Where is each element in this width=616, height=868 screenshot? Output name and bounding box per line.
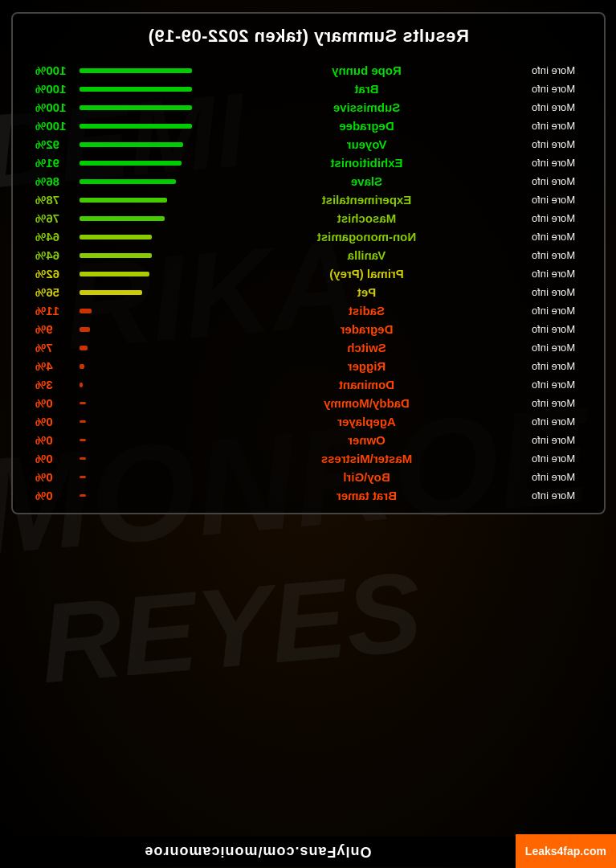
table-row: 0%Brat tamerMore info [29,486,588,505]
more-info-link[interactable]: More info [532,416,588,428]
role-label: Experimentalist [202,193,532,207]
role-label: Masochist [202,211,532,225]
more-info-link[interactable]: More info [532,489,588,502]
table-row: 11%SadistMore info [29,301,588,320]
more-info-link[interactable]: More info [532,268,588,280]
bar-fill [80,253,152,258]
more-info-link[interactable]: More info [532,249,588,261]
bar-fill [80,402,86,404]
table-row: 9%DegraderMore info [29,320,588,338]
table-row: 0%Master\MistressMore info [29,449,588,468]
bar-col [73,105,202,110]
role-label: Slave [202,174,532,188]
more-info-link[interactable]: More info [532,120,588,132]
more-info-link[interactable]: More info [532,323,588,335]
percent-value: 0% [29,470,73,484]
bar-col [73,253,202,258]
table-row: 0%OwnerMore info [29,431,588,449]
bar-fill [80,494,86,497]
bar-col [73,346,202,350]
more-info-link[interactable]: More info [532,452,588,465]
table-row: 3%DominantMore info [29,375,588,394]
percent-value: 7% [29,341,73,354]
bar-fill [80,161,182,166]
percent-value: 100% [29,100,73,114]
bar-fill [80,327,90,332]
table-row: 62%Primal (Prey)More info [29,264,588,283]
bar-col [73,457,202,460]
bar-fill [80,142,183,147]
table-row: 0%AgeplayerMore info [29,412,588,431]
bar-col [73,142,202,147]
percent-value: 91% [29,156,73,170]
role-label: Brat [202,82,532,96]
more-info-link[interactable]: More info [532,397,588,409]
role-label: Rope bunny [202,63,532,77]
more-info-link[interactable]: More info [532,379,588,391]
bar-col [73,439,202,441]
role-label: Exhibitionist [202,156,532,170]
role-label: Sadist [202,304,532,317]
bar-fill [80,105,192,110]
bar-col [73,124,202,129]
more-info-link[interactable]: More info [532,175,588,187]
bar-col [73,216,202,221]
bar-fill [80,457,86,460]
table-row: 4%RiggerMore info [29,357,588,375]
bar-col [73,309,202,313]
bar-col [73,272,202,276]
percent-value: 100% [29,63,73,77]
percent-value: 0% [29,433,73,447]
more-info-link[interactable]: More info [532,471,588,483]
role-label: Daddy\Mommy [202,396,532,410]
bar-col [73,364,202,369]
table-row: 0%Boy\GirlMore info [29,468,588,486]
bar-fill [80,439,86,441]
role-label: Submissive [202,100,532,114]
more-info-link[interactable]: More info [532,101,588,113]
role-label: Owner [202,433,532,447]
bar-col [73,327,202,332]
table-row: 78%ExperimentalistMore info [29,190,588,209]
percent-value: 92% [29,137,73,151]
more-info-link[interactable]: More info [532,360,588,372]
more-info-link[interactable]: More info [532,157,588,169]
table-row: 56%PetMore info [29,283,588,301]
role-label: Voyeur [202,137,532,151]
more-info-link[interactable]: More info [532,83,588,95]
more-info-link[interactable]: More info [532,434,588,446]
bar-col [73,198,202,203]
more-info-link[interactable]: More info [532,305,588,317]
bar-col [73,494,202,497]
bar-col [73,68,202,73]
bar-fill [80,87,192,92]
bar-col [73,161,202,166]
bar-fill [80,272,149,276]
role-label: Ageplayer [202,415,532,428]
percent-value: 0% [29,452,73,465]
role-label: Master\Mistress [202,452,532,465]
bar-fill [80,68,192,73]
more-info-link[interactable]: More info [532,231,588,243]
percent-value: 0% [29,415,73,428]
role-label: Primal (Prey) [202,267,532,280]
bar-col [73,383,202,387]
bar-fill [80,346,88,350]
role-label: Degradee [202,119,532,133]
percent-value: 64% [29,230,73,244]
bar-fill [80,420,86,423]
table-row: 64%Non-monogamistMore info [29,227,588,246]
more-info-link[interactable]: More info [532,64,588,76]
bottom-bar: OnlyFans.com/monicamonroe Leaks4fap.com [0,834,616,868]
more-info-link[interactable]: More info [532,194,588,206]
bar-fill [80,235,152,240]
bar-col [73,420,202,423]
more-info-link[interactable]: More info [532,342,588,354]
bar-col [73,402,202,404]
more-info-link[interactable]: More info [532,212,588,224]
more-info-link[interactable]: More info [532,138,588,150]
role-label: Rigger [202,359,532,373]
role-label: Pet [202,285,532,299]
table-row: 64%VanillaMore info [29,246,588,264]
more-info-link[interactable]: More info [532,286,588,298]
